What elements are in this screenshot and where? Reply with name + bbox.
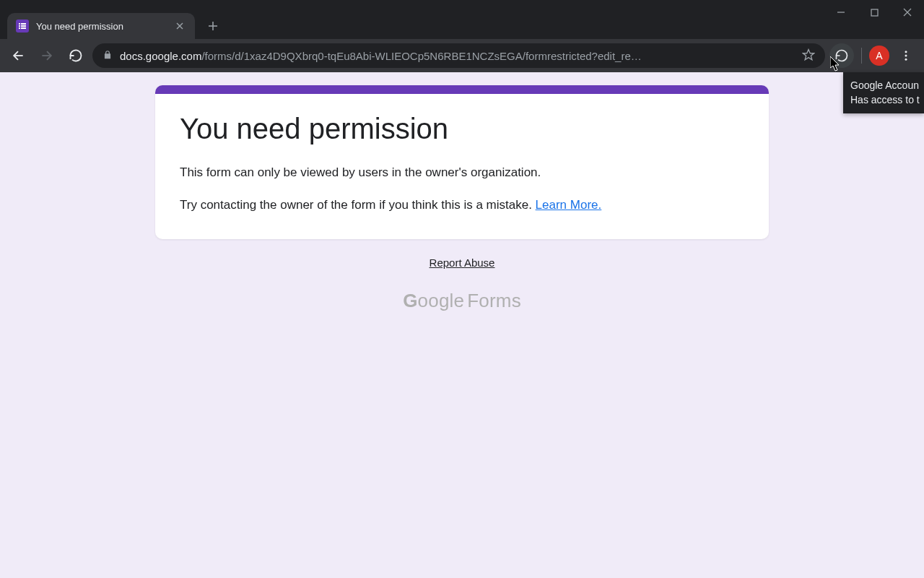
avatar-initial: A xyxy=(876,50,882,61)
window-maximize-button[interactable] xyxy=(858,0,891,25)
tab-title: You need permission xyxy=(36,21,166,32)
learn-more-link[interactable]: Learn More. xyxy=(536,198,602,212)
tab-strip: You need permission xyxy=(0,9,924,39)
profile-tooltip: Google Accoun Has access to t xyxy=(843,72,924,113)
page-content: You need permission This form can only b… xyxy=(0,72,924,578)
report-abuse-row: Report Abuse xyxy=(0,256,924,269)
svg-point-17 xyxy=(905,51,907,53)
chrome-menu-button[interactable] xyxy=(894,43,918,68)
report-abuse-link[interactable]: Report Abuse xyxy=(430,256,495,269)
svg-rect-4 xyxy=(19,23,20,25)
url-path: /forms/d/1xaz4D9QXbrq0-tqEu8Abi-WLIEOCp5… xyxy=(201,50,641,62)
url-host: docs.google.com xyxy=(120,50,201,62)
tooltip-line-1: Google Accoun xyxy=(850,78,917,92)
address-bar[interactable]: docs.google.com/forms/d/1xaz4D9QXbrq0-tq… xyxy=(92,43,825,68)
google-forms-brand: GoogleForms xyxy=(0,290,924,312)
brand-forms: Forms xyxy=(467,290,521,311)
bookmark-star-icon[interactable] xyxy=(802,48,815,64)
tooltip-line-2: Has access to t xyxy=(850,92,917,107)
permission-card: You need permission This form can only b… xyxy=(155,85,769,239)
page-heading: You need permission xyxy=(180,113,744,145)
window-controls xyxy=(824,0,924,25)
svg-rect-1 xyxy=(871,9,878,16)
tab-close-button[interactable] xyxy=(173,20,186,33)
new-tab-button[interactable] xyxy=(202,15,224,37)
forms-icon xyxy=(16,20,29,33)
back-button[interactable] xyxy=(6,43,30,68)
reload-button[interactable] xyxy=(64,43,88,68)
window-minimize-button[interactable] xyxy=(824,0,858,25)
svg-rect-9 xyxy=(21,27,26,29)
extension-button[interactable] xyxy=(829,43,854,68)
browser-tab[interactable]: You need permission xyxy=(7,13,195,39)
svg-rect-6 xyxy=(19,25,20,27)
url-text: docs.google.com/forms/d/1xaz4D9QXbrq0-tq… xyxy=(120,50,795,62)
browser-toolbar: docs.google.com/forms/d/1xaz4D9QXbrq0-tq… xyxy=(0,39,924,72)
permission-body-2: Try contacting the owner of the form if … xyxy=(180,195,744,215)
lock-icon xyxy=(103,50,113,62)
titlebar xyxy=(0,0,924,9)
body2-prefix: Try contacting the owner of the form if … xyxy=(180,198,536,212)
svg-point-19 xyxy=(905,59,907,61)
svg-rect-8 xyxy=(19,27,20,29)
toolbar-divider xyxy=(861,48,862,64)
svg-rect-5 xyxy=(21,23,26,25)
svg-rect-7 xyxy=(21,25,26,27)
svg-marker-16 xyxy=(803,49,814,59)
svg-point-18 xyxy=(905,55,907,57)
profile-avatar[interactable]: A xyxy=(869,46,889,66)
permission-body-1: This form can only be viewed by users in… xyxy=(180,163,744,182)
window-close-button[interactable] xyxy=(891,0,924,25)
forward-button[interactable] xyxy=(35,43,59,68)
brand-google: Google xyxy=(403,290,464,311)
